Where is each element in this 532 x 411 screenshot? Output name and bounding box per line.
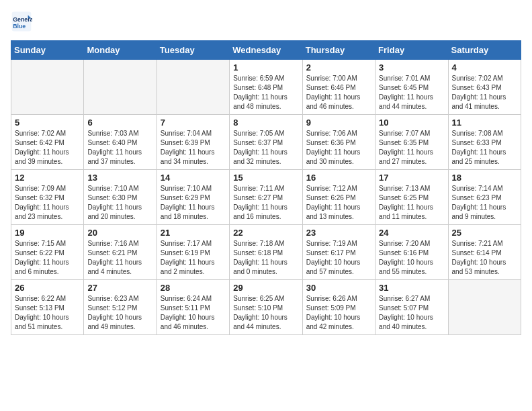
calendar-cell: 19Sunrise: 7:15 AM Sunset: 6:22 PM Dayli… <box>11 225 84 280</box>
day-number: 9 <box>306 118 371 128</box>
day-number: 29 <box>233 283 298 293</box>
day-number: 22 <box>233 228 298 238</box>
day-info: Sunrise: 7:19 AM Sunset: 6:17 PM Dayligh… <box>306 239 371 277</box>
day-info: Sunrise: 6:26 AM Sunset: 5:09 PM Dayligh… <box>306 294 371 332</box>
day-info: Sunrise: 7:11 AM Sunset: 6:27 PM Dayligh… <box>233 184 298 222</box>
day-number: 28 <box>161 283 226 293</box>
day-number: 20 <box>87 228 152 238</box>
day-number: 19 <box>15 228 80 238</box>
calendar-cell: 25Sunrise: 7:21 AM Sunset: 6:14 PM Dayli… <box>448 225 521 280</box>
weekday-header-row: SundayMondayTuesdayWednesdayThursdayFrid… <box>11 41 521 60</box>
calendar-cell: 29Sunrise: 6:25 AM Sunset: 5:10 PM Dayli… <box>230 280 302 335</box>
week-row-2: 5Sunrise: 7:02 AM Sunset: 6:42 PM Daylig… <box>11 115 521 170</box>
day-number: 31 <box>379 283 444 293</box>
day-number: 7 <box>161 118 226 128</box>
calendar-cell: 5Sunrise: 7:02 AM Sunset: 6:42 PM Daylig… <box>11 115 84 170</box>
day-info: Sunrise: 7:14 AM Sunset: 6:23 PM Dayligh… <box>452 184 517 222</box>
day-number: 12 <box>15 173 80 183</box>
page-header: General Blue <box>11 11 521 32</box>
calendar-cell: 6Sunrise: 7:03 AM Sunset: 6:40 PM Daylig… <box>84 115 157 170</box>
day-info: Sunrise: 7:00 AM Sunset: 6:46 PM Dayligh… <box>306 74 371 111</box>
calendar-table: SundayMondayTuesdayWednesdayThursdayFrid… <box>11 40 521 335</box>
day-info: Sunrise: 7:12 AM Sunset: 6:26 PM Dayligh… <box>306 184 371 222</box>
calendar-cell: 7Sunrise: 7:04 AM Sunset: 6:39 PM Daylig… <box>157 115 229 170</box>
calendar-cell: 17Sunrise: 7:13 AM Sunset: 6:25 PM Dayli… <box>375 170 448 225</box>
calendar-cell: 26Sunrise: 6:22 AM Sunset: 5:13 PM Dayli… <box>11 280 84 335</box>
day-number: 11 <box>452 118 517 128</box>
day-info: Sunrise: 7:09 AM Sunset: 6:32 PM Dayligh… <box>15 184 80 222</box>
calendar-cell: 10Sunrise: 7:07 AM Sunset: 6:35 PM Dayli… <box>375 115 448 170</box>
day-number: 13 <box>87 173 152 183</box>
week-row-4: 19Sunrise: 7:15 AM Sunset: 6:22 PM Dayli… <box>11 225 521 280</box>
calendar-cell: 16Sunrise: 7:12 AM Sunset: 6:26 PM Dayli… <box>302 170 375 225</box>
calendar-cell: 22Sunrise: 7:18 AM Sunset: 6:18 PM Dayli… <box>230 225 302 280</box>
week-row-5: 26Sunrise: 6:22 AM Sunset: 5:13 PM Dayli… <box>11 280 521 335</box>
calendar-cell <box>157 60 229 115</box>
logo-icon: General Blue <box>11 11 32 32</box>
calendar-cell: 20Sunrise: 7:16 AM Sunset: 6:21 PM Dayli… <box>84 225 157 280</box>
day-number: 8 <box>233 118 298 128</box>
day-number: 16 <box>306 173 371 183</box>
calendar-cell: 18Sunrise: 7:14 AM Sunset: 6:23 PM Dayli… <box>448 170 521 225</box>
day-number: 27 <box>87 283 152 293</box>
day-number: 24 <box>379 228 444 238</box>
day-info: Sunrise: 7:01 AM Sunset: 6:45 PM Dayligh… <box>379 74 444 111</box>
day-info: Sunrise: 7:08 AM Sunset: 6:33 PM Dayligh… <box>452 129 517 167</box>
calendar-cell: 4Sunrise: 7:02 AM Sunset: 6:43 PM Daylig… <box>448 60 521 115</box>
calendar-cell: 3Sunrise: 7:01 AM Sunset: 6:45 PM Daylig… <box>375 60 448 115</box>
day-info: Sunrise: 6:24 AM Sunset: 5:11 PM Dayligh… <box>161 294 226 332</box>
day-info: Sunrise: 6:25 AM Sunset: 5:10 PM Dayligh… <box>233 294 298 332</box>
calendar-cell: 9Sunrise: 7:06 AM Sunset: 6:36 PM Daylig… <box>302 115 375 170</box>
day-info: Sunrise: 7:04 AM Sunset: 6:39 PM Dayligh… <box>161 129 226 167</box>
day-number: 15 <box>233 173 298 183</box>
day-info: Sunrise: 7:20 AM Sunset: 6:16 PM Dayligh… <box>379 239 444 277</box>
day-info: Sunrise: 7:03 AM Sunset: 6:40 PM Dayligh… <box>87 129 152 167</box>
calendar-cell: 8Sunrise: 7:05 AM Sunset: 6:37 PM Daylig… <box>230 115 302 170</box>
day-info: Sunrise: 6:23 AM Sunset: 5:12 PM Dayligh… <box>87 294 152 332</box>
calendar-cell: 24Sunrise: 7:20 AM Sunset: 6:16 PM Dayli… <box>375 225 448 280</box>
calendar-cell: 12Sunrise: 7:09 AM Sunset: 6:32 PM Dayli… <box>11 170 84 225</box>
day-info: Sunrise: 7:21 AM Sunset: 6:14 PM Dayligh… <box>452 239 517 277</box>
day-info: Sunrise: 7:07 AM Sunset: 6:35 PM Dayligh… <box>379 129 444 167</box>
week-row-3: 12Sunrise: 7:09 AM Sunset: 6:32 PM Dayli… <box>11 170 521 225</box>
weekday-header-monday: Monday <box>84 41 157 60</box>
day-number: 2 <box>306 62 371 73</box>
calendar-cell: 21Sunrise: 7:17 AM Sunset: 6:19 PM Dayli… <box>157 225 229 280</box>
day-number: 17 <box>379 173 444 183</box>
day-number: 4 <box>452 62 517 73</box>
day-info: Sunrise: 6:59 AM Sunset: 6:48 PM Dayligh… <box>233 74 298 111</box>
day-number: 25 <box>452 228 517 238</box>
day-number: 6 <box>87 118 152 128</box>
weekday-header-friday: Friday <box>375 41 448 60</box>
svg-text:Blue: Blue <box>13 23 26 30</box>
weekday-header-sunday: Sunday <box>11 41 84 60</box>
calendar-cell: 1Sunrise: 6:59 AM Sunset: 6:48 PM Daylig… <box>230 60 302 115</box>
calendar-cell: 28Sunrise: 6:24 AM Sunset: 5:11 PM Dayli… <box>157 280 229 335</box>
day-info: Sunrise: 7:05 AM Sunset: 6:37 PM Dayligh… <box>233 129 298 167</box>
day-info: Sunrise: 7:18 AM Sunset: 6:18 PM Dayligh… <box>233 239 298 277</box>
day-info: Sunrise: 7:02 AM Sunset: 6:42 PM Dayligh… <box>15 129 80 167</box>
day-info: Sunrise: 7:16 AM Sunset: 6:21 PM Dayligh… <box>87 239 152 277</box>
calendar-cell: 13Sunrise: 7:10 AM Sunset: 6:30 PM Dayli… <box>84 170 157 225</box>
calendar-cell: 15Sunrise: 7:11 AM Sunset: 6:27 PM Dayli… <box>230 170 302 225</box>
day-info: Sunrise: 7:10 AM Sunset: 6:29 PM Dayligh… <box>161 184 226 222</box>
calendar-cell: 2Sunrise: 7:00 AM Sunset: 6:46 PM Daylig… <box>302 60 375 115</box>
week-row-1: 1Sunrise: 6:59 AM Sunset: 6:48 PM Daylig… <box>11 60 521 115</box>
day-number: 18 <box>452 173 517 183</box>
weekday-header-thursday: Thursday <box>302 41 375 60</box>
calendar-cell <box>448 280 521 335</box>
day-info: Sunrise: 7:02 AM Sunset: 6:43 PM Dayligh… <box>452 74 517 111</box>
day-number: 26 <box>15 283 80 293</box>
day-info: Sunrise: 7:06 AM Sunset: 6:36 PM Dayligh… <box>306 129 371 167</box>
weekday-header-tuesday: Tuesday <box>157 41 229 60</box>
calendar-cell: 14Sunrise: 7:10 AM Sunset: 6:29 PM Dayli… <box>157 170 229 225</box>
calendar-cell: 30Sunrise: 6:26 AM Sunset: 5:09 PM Dayli… <box>302 280 375 335</box>
day-info: Sunrise: 6:27 AM Sunset: 5:07 PM Dayligh… <box>379 294 444 332</box>
day-number: 1 <box>233 62 298 73</box>
day-number: 14 <box>161 173 226 183</box>
day-info: Sunrise: 7:13 AM Sunset: 6:25 PM Dayligh… <box>379 184 444 222</box>
calendar-cell: 31Sunrise: 6:27 AM Sunset: 5:07 PM Dayli… <box>375 280 448 335</box>
calendar-cell: 23Sunrise: 7:19 AM Sunset: 6:17 PM Dayli… <box>302 225 375 280</box>
day-info: Sunrise: 7:10 AM Sunset: 6:30 PM Dayligh… <box>87 184 152 222</box>
day-number: 5 <box>15 118 80 128</box>
